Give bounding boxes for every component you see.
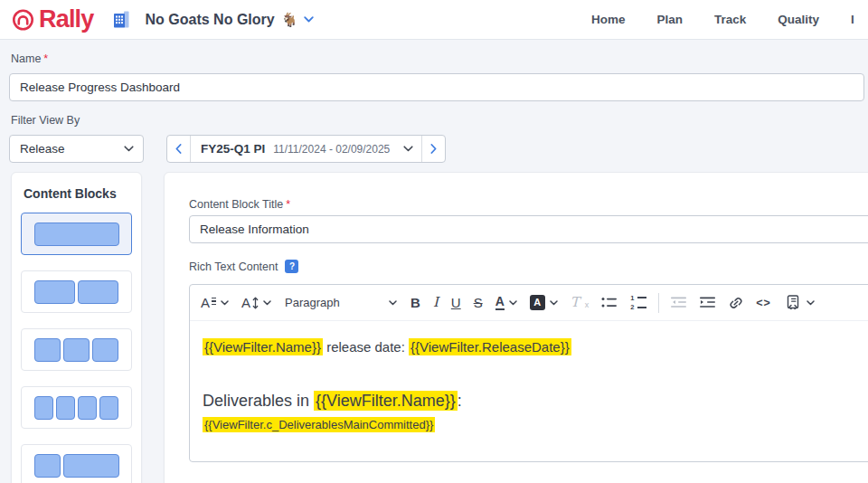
layout-template-three-column[interactable] — [21, 328, 132, 371]
content-blocks-title: Content Blocks — [12, 173, 141, 201]
workspace-building-icon[interactable] — [111, 9, 132, 30]
layout-block — [99, 396, 118, 420]
bullet-list-icon — [601, 297, 618, 308]
rich-text-content-area[interactable]: {{ViewFilter.Name}} release date: {{View… — [190, 321, 868, 446]
merge-field-highlight: {{ViewFilter.ReleaseDate}} — [409, 338, 571, 355]
rich-text-editor: A A Paragraph B I — [189, 284, 868, 462]
nav-item-track[interactable]: Track — [714, 13, 746, 26]
layout-block — [63, 338, 90, 362]
required-asterisk: * — [43, 52, 48, 65]
outdent-button[interactable] — [665, 290, 693, 316]
rally-logo-icon — [11, 7, 35, 32]
chevron-down-icon — [509, 300, 517, 306]
filter-view-by-label: Filter View By — [11, 114, 80, 127]
timebox-select[interactable]: FY25-Q1 PI 11/11/2024 - 02/09/2025 — [191, 136, 421, 162]
code-view-button[interactable]: <> — [750, 290, 778, 316]
insert-link-button[interactable] — [722, 290, 750, 316]
chevron-down-icon — [304, 16, 314, 23]
insert-template-button[interactable] — [778, 290, 821, 316]
rich-text-label-row: Rich Text Content ? — [189, 260, 298, 273]
merge-field-highlight: {{ViewFilter.Name}} — [203, 338, 323, 355]
timebox-name: FY25-Q1 PI — [201, 142, 265, 156]
chevron-down-icon — [403, 146, 413, 152]
content-blocks-list — [12, 201, 141, 483]
strikethrough-button[interactable]: S — [467, 290, 489, 316]
page-body: Name* Filter View By Release FY25-Q1 PI … — [0, 40, 868, 483]
filter-type-select[interactable]: Release — [9, 135, 144, 163]
merge-field-highlight: {{ViewFilter.Name}} — [314, 391, 458, 411]
chevron-down-icon — [124, 146, 134, 152]
numbered-list-icon: 1 2 — [630, 295, 646, 311]
layout-block — [63, 454, 119, 478]
editor-paragraph: {{ViewFilter.Name}} release date: {{View… — [203, 338, 863, 356]
chevron-down-icon — [550, 300, 558, 306]
required-asterisk: * — [286, 198, 290, 211]
chevron-down-icon — [263, 300, 271, 306]
layout-template-four-column[interactable] — [21, 386, 132, 429]
layout-block — [34, 280, 75, 304]
timebox-date-range: 11/11/2024 - 02/09/2025 — [273, 143, 395, 156]
name-input[interactable] — [9, 73, 864, 101]
font-size-icon: A — [241, 296, 259, 309]
workspace-name: No Goats No Glory — [146, 12, 275, 28]
main-nav: HomePlanTrackQualityI — [591, 0, 854, 39]
layout-block — [56, 396, 75, 420]
font-family-icon: A — [201, 296, 216, 309]
numbered-list-button[interactable]: 1 2 — [624, 290, 653, 316]
layout-template-one-column[interactable] — [21, 213, 132, 255]
rally-logo-text: Rally — [39, 7, 94, 32]
layout-block — [78, 280, 118, 304]
merge-field-highlight: {{ViewFilter.c_DeliverablesMainCommitted… — [203, 417, 435, 432]
text-color-button[interactable]: A — [489, 290, 524, 316]
previous-timebox-button[interactable] — [167, 136, 190, 162]
chevron-down-icon — [221, 300, 229, 306]
chevron-down-icon — [389, 300, 397, 306]
layout-block — [34, 396, 53, 420]
chevron-down-icon — [807, 300, 815, 306]
nav-item-i[interactable]: I — [851, 13, 854, 26]
layout-block — [34, 338, 61, 362]
indent-button[interactable] — [693, 290, 722, 316]
font-family-button[interactable]: A — [194, 290, 235, 316]
workspace-selector[interactable]: No Goats No Glory 🐐 — [146, 12, 315, 28]
outdent-icon — [671, 297, 687, 308]
content-blocks-panel: Content Blocks — [11, 172, 142, 483]
nav-item-quality[interactable]: Quality — [778, 13, 819, 26]
toolbar-divider — [658, 293, 659, 313]
timebox-stepper: FY25-Q1 PI 11/11/2024 - 02/09/2025 — [166, 135, 446, 163]
nav-item-plan[interactable]: Plan — [657, 13, 684, 26]
name-label: Name* — [11, 52, 48, 65]
layout-block — [34, 223, 119, 246]
rich-text-content-label: Rich Text Content — [189, 260, 278, 273]
clear-formatting-icon: T — [571, 296, 580, 309]
clear-formatting-button[interactable]: T x — [564, 290, 596, 316]
goat-emoji: 🐐 — [281, 13, 298, 26]
font-size-button[interactable]: A — [235, 290, 278, 316]
underline-button[interactable]: U — [445, 290, 467, 316]
content-block-editor-panel: Content Block Title* Rich Text Content ?… — [164, 172, 868, 483]
rally-logo[interactable]: Rally — [11, 7, 94, 32]
bullet-list-button[interactable] — [595, 290, 624, 316]
layout-block — [78, 396, 97, 420]
content-block-title-input[interactable] — [189, 215, 868, 243]
layout-template-one-third-two-thirds[interactable] — [21, 444, 132, 483]
code-view-icon: <> — [756, 297, 771, 309]
layout-template-two-column[interactable] — [21, 270, 132, 313]
help-icon[interactable]: ? — [285, 260, 298, 273]
layout-block — [92, 338, 118, 362]
editor-paragraph: Deliverables in {{ViewFilter.Name}}: — [203, 390, 863, 412]
link-icon — [729, 296, 743, 310]
paragraph-format-select[interactable]: Paragraph — [278, 290, 404, 316]
indent-icon — [700, 297, 716, 308]
highlight-color-icon: A — [530, 295, 545, 310]
editor-paragraph: {{ViewFilter.c_DeliverablesMainCommitted… — [203, 417, 863, 432]
next-timebox-button[interactable] — [422, 136, 445, 162]
top-header: Rally No Goats No Glory 🐐 HomePlanTrackQ… — [0, 0, 868, 40]
text-color-icon: A — [495, 295, 505, 310]
italic-button[interactable]: I — [427, 290, 445, 316]
editor-toolbar: A A Paragraph B I — [190, 285, 868, 321]
bold-button[interactable]: B — [404, 290, 427, 316]
highlight-color-button[interactable]: A — [524, 290, 564, 316]
layout-block — [34, 454, 61, 478]
nav-item-home[interactable]: Home — [591, 13, 626, 26]
